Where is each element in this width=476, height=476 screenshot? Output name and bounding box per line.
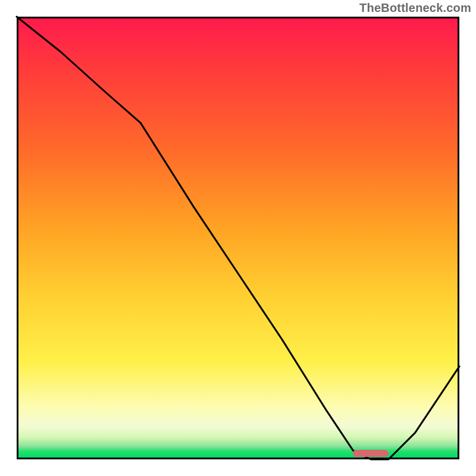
selected-range-marker bbox=[353, 450, 389, 457]
watermark-text: TheBottleneck.com bbox=[359, 1, 471, 15]
plot-area bbox=[17, 17, 459, 459]
bottleneck-curve bbox=[17, 17, 459, 459]
chart-frame: TheBottleneck.com bbox=[0, 0, 476, 476]
